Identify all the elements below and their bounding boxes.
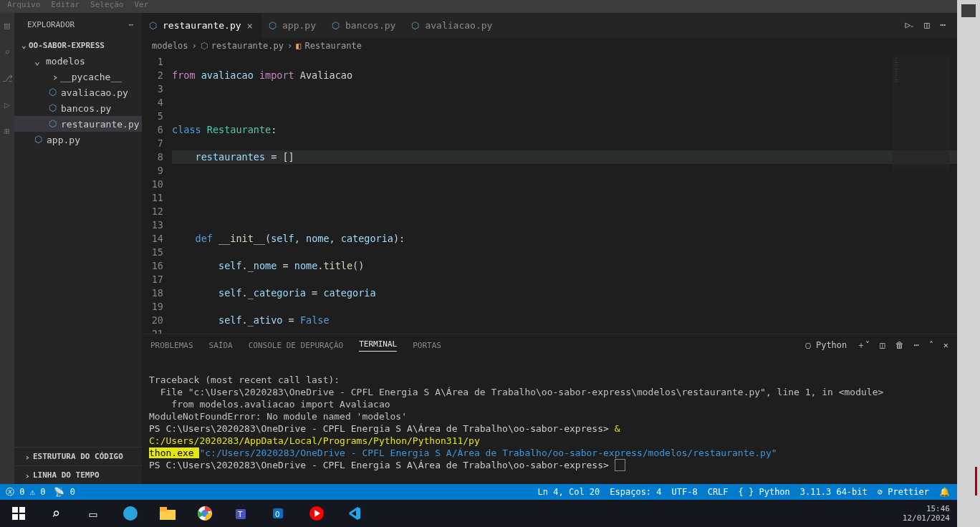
timeline-section[interactable]: ⌄LINHA DO TEMPO (14, 465, 142, 484)
panel: PROBLEMAS SAÍDA CONSOLE DE DEPURAÇÃO TER… (142, 334, 957, 484)
svg-rect-1 (19, 507, 25, 513)
files-icon[interactable]: ▤ (4, 20, 10, 31)
panel-tab-ports[interactable]: PORTAS (413, 341, 441, 350)
status-ports[interactable]: 📡 0 (54, 487, 75, 497)
maximize-icon[interactable]: ˄ (929, 340, 933, 350)
menu-item[interactable]: Arquivo (7, 0, 40, 9)
editor-tabs: ⬡restaurante.py× ⬡app.py ⬡bancos.py ⬡ava… (142, 13, 957, 38)
svg-point-4 (123, 506, 138, 521)
code-body[interactable]: from avaliacao import Avaliacao class Re… (172, 54, 957, 334)
status-interpreter[interactable]: 3.11.3 64-bit (800, 487, 868, 497)
minimap[interactable]: ▬▬▬▬▬▬▬▬▬▬▬▬▬▬▬▬▬▬▬▬▬▬▬▬▬▬▬▬▬▬▬▬▬▬▬▬▬▬▬ (893, 55, 950, 170)
trash-icon[interactable]: 🗑 (895, 340, 904, 350)
tree-file-restaurante[interactable]: ⬡restaurante.py (14, 116, 142, 132)
vscode-icon[interactable] (338, 500, 370, 527)
debug-icon[interactable]: ▷ (4, 100, 10, 110)
status-encoding[interactable]: UTF-8 (672, 487, 698, 497)
svg-rect-0 (12, 507, 18, 513)
svg-rect-6 (160, 507, 167, 511)
menu-item[interactable]: Ver (134, 0, 148, 9)
terminal-body[interactable]: Traceback (most recent call last): File … (142, 356, 957, 484)
panel-tab-debug[interactable]: CONSOLE DE DEPURAÇÃO (249, 341, 343, 350)
project-sec[interactable]: ⌄OO-SABOR-EXPRESS (14, 38, 142, 53)
explorer-title: EXPLORADOR (27, 20, 75, 38)
breadcrumb[interactable]: modelos› ⬡restaurante.py› ◧Restaurante (142, 38, 957, 54)
tab-restaurante[interactable]: ⬡restaurante.py× (142, 13, 261, 38)
svg-text:O: O (275, 510, 280, 519)
teams-icon[interactable]: T (226, 500, 258, 527)
tree-file-app[interactable]: ⬡app.py (14, 132, 142, 148)
task-view-icon[interactable]: ▭ (77, 500, 109, 527)
status-eol[interactable]: CRLF (708, 487, 729, 497)
new-terminal-icon[interactable]: ＋˅ (857, 339, 870, 352)
status-bell-icon[interactable]: 🔔 (939, 487, 950, 497)
tab-avaliacao[interactable]: ⬡avaliacao.py (404, 13, 501, 38)
outline-section[interactable]: ⌄ESTRUTURA DO CÓDIGO (14, 447, 142, 465)
status-prettier[interactable]: ⊘ Prettier (878, 487, 929, 497)
more-icon[interactable]: ⋯ (128, 20, 133, 38)
more-icon[interactable]: ⋯ (914, 340, 919, 350)
adjacent-window (957, 0, 980, 527)
outlook-icon[interactable]: O (264, 500, 295, 527)
tree-file-avaliacao[interactable]: ⬡avaliacao.py (14, 84, 142, 100)
title-bar-menu: Arquivo Editar Seleção Ver (0, 0, 957, 13)
git-icon[interactable]: ⎇ (2, 73, 13, 84)
gutter: 123456789101112131415161718192021 (142, 54, 172, 334)
code-editor[interactable]: 123456789101112131415161718192021 from a… (142, 54, 957, 334)
status-problems[interactable]: ⓧ 0 ⚠ 0 (6, 486, 45, 498)
youtube-icon[interactable] (301, 500, 332, 527)
edge-icon[interactable] (115, 500, 146, 527)
svg-rect-2 (12, 514, 18, 520)
split-terminal-icon[interactable]: ◫ (880, 340, 885, 350)
close-icon[interactable]: ✕ (943, 340, 948, 350)
sidebar: EXPLORADOR ⋯ ⌄OO-SABOR-EXPRESS ⌄modelos … (14, 13, 142, 484)
extensions-icon[interactable]: ⊞ (4, 126, 10, 137)
start-icon[interactable] (3, 500, 34, 527)
tree-folder-pycache[interactable]: ⌄__pycache__ (14, 69, 142, 84)
tree-folder-modelos[interactable]: ⌄modelos (14, 53, 142, 69)
svg-text:T: T (238, 510, 243, 519)
taskbar: ⌕ ▭ T O 15:46 12/01/2024 (0, 500, 957, 527)
tree-file-bancos[interactable]: ⬡bancos.py (14, 100, 142, 116)
status-bar: ⓧ 0 ⚠ 0 📡 0 Ln 4, Col 20 Espaços: 4 UTF-… (0, 484, 957, 500)
tab-bancos[interactable]: ⬡bancos.py (325, 13, 404, 38)
menu-item[interactable]: Editar (51, 0, 80, 9)
panel-tab-output[interactable]: SAÍDA (209, 341, 233, 350)
svg-rect-5 (160, 510, 176, 520)
menu-item[interactable]: Seleção (90, 0, 123, 9)
status-spaces[interactable]: Espaços: 4 (610, 487, 661, 497)
system-tray[interactable]: 15:46 12/01/2024 (903, 504, 957, 523)
split-editor-icon[interactable]: ◫ (924, 19, 930, 32)
explorer-icon[interactable] (152, 500, 183, 527)
more-icon[interactable]: ⋯ (940, 19, 946, 32)
chrome-icon[interactable] (189, 500, 221, 527)
search-icon[interactable]: ⌕ (4, 47, 10, 57)
close-icon[interactable]: × (247, 20, 253, 32)
search-icon[interactable]: ⌕ (40, 500, 72, 527)
activity-bar: ▤ ⌕ ⎇ ▷ ⊞ (0, 13, 14, 484)
run-icon[interactable]: ▷˅ (905, 19, 915, 32)
tab-app[interactable]: ⬡app.py (261, 13, 325, 38)
status-ln-col[interactable]: Ln 4, Col 20 (538, 487, 600, 497)
panel-tab-terminal[interactable]: TERMINAL (359, 339, 397, 352)
status-language[interactable]: { } Python (739, 487, 790, 497)
panel-tab-problems[interactable]: PROBLEMAS (150, 341, 193, 350)
svg-rect-3 (19, 514, 25, 520)
terminal-shell-icon[interactable]: ▢ Python (805, 340, 847, 350)
